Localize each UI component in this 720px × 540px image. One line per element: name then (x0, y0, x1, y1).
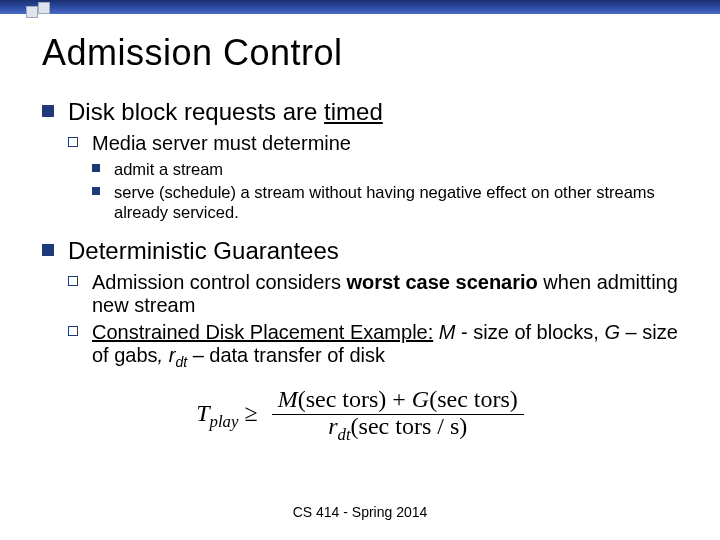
item-serve: serve (schedule) a stream without having… (92, 182, 678, 223)
geq: ≥ (238, 400, 263, 426)
text: Deterministic Guarantees (68, 237, 339, 264)
lhs-sub: play (210, 412, 239, 431)
text-underlined: timed (324, 98, 383, 125)
var-g: G (412, 386, 429, 412)
var-m: M (433, 321, 461, 343)
text: - size of blocks, (461, 321, 604, 343)
text: (sec tors) + (298, 386, 412, 412)
text: (sec tors) (429, 386, 518, 412)
sub-bullet-constrained: Constrained Disk Placement Example: M - … (68, 321, 678, 370)
var-rdt-sub: dt (175, 354, 187, 370)
var-rdt-sub: dt (338, 425, 351, 444)
var-r: , r (158, 344, 176, 366)
sub-bullet-media-server: Media server must determine admit a stre… (68, 132, 678, 223)
text-bold: worst case scenario (347, 271, 538, 293)
slide-title: Admission Control (42, 32, 720, 74)
text-underlined: Constrained Disk Placement Example: (92, 321, 433, 343)
text: Disk block requests are (68, 98, 324, 125)
denominator: rdt(sec tors / s) (322, 411, 473, 439)
item-admit: admit a stream (92, 159, 678, 180)
text: (sec tors / s) (351, 413, 468, 439)
text: Admission control considers (92, 271, 347, 293)
formula: Tplay ≥ M(sec tors) + G(sec tors)rdt(sec… (0, 386, 720, 445)
bullet-disk-requests: Disk block requests are timed Media serv… (42, 98, 678, 223)
header-bar (0, 0, 720, 14)
text: Media server must determine (92, 132, 351, 154)
var-g: G (604, 321, 625, 343)
var-r: r (328, 413, 337, 439)
footer: CS 414 - Spring 2014 (0, 504, 720, 520)
bullet-deterministic: Deterministic Guarantees Admission contr… (42, 237, 678, 370)
lhs-t: T (196, 400, 209, 426)
fraction: M(sec tors) + G(sec tors)rdt(sec tors / … (272, 386, 524, 445)
text: – data transfer of disk (187, 344, 385, 366)
var-m: M (278, 386, 298, 412)
sub-bullet-worst-case: Admission control considers worst case s… (68, 271, 678, 317)
